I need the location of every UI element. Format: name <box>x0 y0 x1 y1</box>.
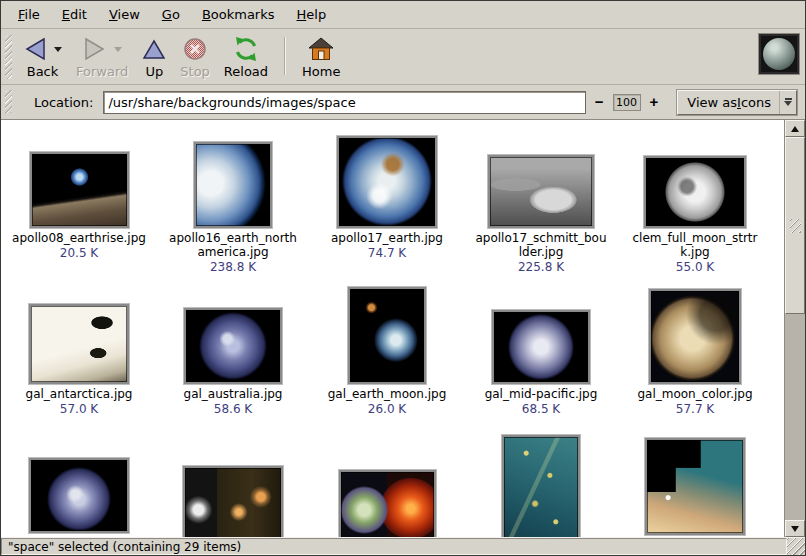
reload-button[interactable]: Reload <box>217 32 275 81</box>
back-button[interactable]: Back <box>16 32 69 81</box>
file-thumbnail[interactable] <box>30 152 129 228</box>
stop-icon <box>183 37 207 61</box>
globe-sphere-icon <box>763 38 795 70</box>
up-label: Up <box>145 64 163 79</box>
toolbar-drag-handle[interactable] <box>5 35 12 79</box>
file-name: gal_mid-pacific.jpg <box>474 387 608 401</box>
file-item-row3-4[interactable] <box>464 433 618 537</box>
file-name: apollo17_schmitt_boulder.jpg <box>474 231 608 259</box>
zoom-in-button[interactable]: + <box>647 93 662 111</box>
file-thumbnail[interactable] <box>348 287 426 384</box>
menu-view[interactable]: View <box>98 3 151 26</box>
location-bar: Location: − 100 + View as Icons <box>1 85 805 120</box>
back-dropdown-arrow-icon[interactable] <box>54 47 62 52</box>
menu-file[interactable]: File <box>7 3 51 26</box>
forward-button[interactable]: Forward <box>69 32 135 81</box>
up-button[interactable]: Up <box>135 32 173 81</box>
stop-button[interactable]: Stop <box>173 32 217 81</box>
up-arrow-icon <box>142 37 166 61</box>
home-icon <box>308 37 334 61</box>
file-item-gal-antarctica[interactable]: gal_antarctica.jpg 57.0 K <box>2 286 156 416</box>
file-size: 225.8 K <box>464 261 618 274</box>
view-as-combo[interactable]: View as Icons <box>677 90 797 115</box>
file-thumbnail[interactable] <box>649 289 741 384</box>
back-label: Back <box>27 64 59 79</box>
file-item-apollo08-earthrise[interactable]: apollo08_earthrise.jpg 20.5 K <box>2 138 156 260</box>
scrollbar-track[interactable] <box>785 137 805 520</box>
file-thumbnail[interactable] <box>194 142 272 228</box>
menu-bar: File Edit View Go Bookmarks Help <box>1 1 805 29</box>
file-item-apollo17-earth[interactable]: apollo17_earth.jpg 74.7 K <box>310 138 464 260</box>
file-thumbnail[interactable] <box>29 304 129 384</box>
file-item-clem-full-moon[interactable]: clem_full_moon_strtrk.jpg 55.0 K <box>618 138 772 274</box>
file-item-row3-2[interactable] <box>156 433 310 537</box>
file-thumbnail[interactable] <box>492 310 590 384</box>
file-name: clem_full_moon_strtrk.jpg <box>628 231 762 259</box>
file-item-gal-earth-moon[interactable]: gal_earth_moon.jpg 26.0 K <box>310 286 464 416</box>
menu-bookmarks[interactable]: Bookmarks <box>191 3 286 26</box>
status-bar: "space" selected (containing 29 items) <box>1 537 805 555</box>
file-size: 57.7 K <box>618 403 772 416</box>
scrollbar-thumb[interactable] <box>785 137 805 314</box>
file-name: apollo17_earth.jpg <box>320 231 454 245</box>
file-item-gal-australia[interactable]: gal_australia.jpg 58.6 K <box>156 286 310 416</box>
reload-label: Reload <box>224 64 268 79</box>
scroll-down-button[interactable] <box>785 520 805 537</box>
stop-label: Stop <box>180 64 210 79</box>
file-thumbnail[interactable] <box>337 136 437 228</box>
file-thumbnail[interactable] <box>29 458 129 533</box>
file-thumbnail[interactable] <box>488 155 594 228</box>
menu-edit[interactable]: Edit <box>51 3 98 26</box>
location-label: Location: <box>34 95 93 110</box>
file-item-apollo16-earth-northamerica[interactable]: apollo16_earth_northamerica.jpg 238.8 K <box>156 138 310 274</box>
file-item-gal-moon-color[interactable]: gal_moon_color.jpg 57.7 K <box>618 286 772 416</box>
file-size: 58.6 K <box>156 403 310 416</box>
throbber <box>759 34 799 74</box>
file-item-gal-mid-pacific[interactable]: gal_mid-pacific.jpg 68.5 K <box>464 286 618 416</box>
location-input[interactable] <box>103 91 585 114</box>
file-thumbnail[interactable] <box>502 435 580 537</box>
file-manager-window: File Edit View Go Bookmarks Help Back Fo… <box>0 0 806 556</box>
file-size: 55.0 K <box>618 261 772 274</box>
file-size: 57.0 K <box>2 403 156 416</box>
file-name: gal_moon_color.jpg <box>628 387 762 401</box>
file-item-row3-1[interactable] <box>2 433 156 537</box>
scroll-up-button[interactable] <box>785 120 805 137</box>
reload-icon <box>233 36 259 62</box>
resize-grip[interactable] <box>787 538 805 555</box>
toolbar-separator <box>284 37 286 75</box>
file-size: 20.5 K <box>2 247 156 260</box>
dropdown-arrow-icon[interactable] <box>779 91 796 114</box>
file-thumbnail[interactable] <box>645 438 745 535</box>
vertical-scrollbar[interactable] <box>784 120 805 537</box>
file-size: 238.8 K <box>156 261 310 274</box>
file-thumbnail[interactable] <box>339 470 436 537</box>
forward-label: Forward <box>76 64 128 79</box>
file-thumbnail[interactable] <box>644 156 746 228</box>
menu-go[interactable]: Go <box>151 3 191 26</box>
file-thumbnail[interactable] <box>184 308 282 384</box>
file-name: gal_earth_moon.jpg <box>320 387 454 401</box>
location-bar-drag-handle[interactable] <box>5 90 12 114</box>
icon-view[interactable]: apollo08_earthrise.jpg 20.5 K apollo16_e… <box>1 120 805 537</box>
back-arrow-icon <box>23 37 47 61</box>
view-as-mode: Icons <box>737 95 771 110</box>
status-text: "space" selected (containing 29 items) <box>8 540 241 554</box>
scrollbar-grip-icon <box>790 219 801 233</box>
menu-help[interactable]: Help <box>286 3 338 26</box>
up-arrow-icon <box>791 126 799 132</box>
file-size: 68.5 K <box>464 403 618 416</box>
home-button[interactable]: Home <box>295 32 347 81</box>
file-item-row3-3[interactable] <box>310 433 464 537</box>
file-thumbnail[interactable] <box>183 466 283 537</box>
file-item-apollo17-schmitt-boulder[interactable]: apollo17_schmitt_boulder.jpg 225.8 K <box>464 138 618 274</box>
zoom-out-button[interactable]: − <box>592 93 607 111</box>
file-item-row3-5[interactable] <box>618 433 772 537</box>
file-name: gal_australia.jpg <box>166 387 300 401</box>
file-size: 26.0 K <box>310 403 464 416</box>
forward-dropdown-arrow-icon[interactable] <box>114 47 122 52</box>
toolbar: Back Forward Up Stop <box>1 29 805 85</box>
file-size: 74.7 K <box>310 247 464 260</box>
forward-arrow-icon <box>83 37 107 61</box>
file-name: apollo08_earthrise.jpg <box>12 231 146 245</box>
